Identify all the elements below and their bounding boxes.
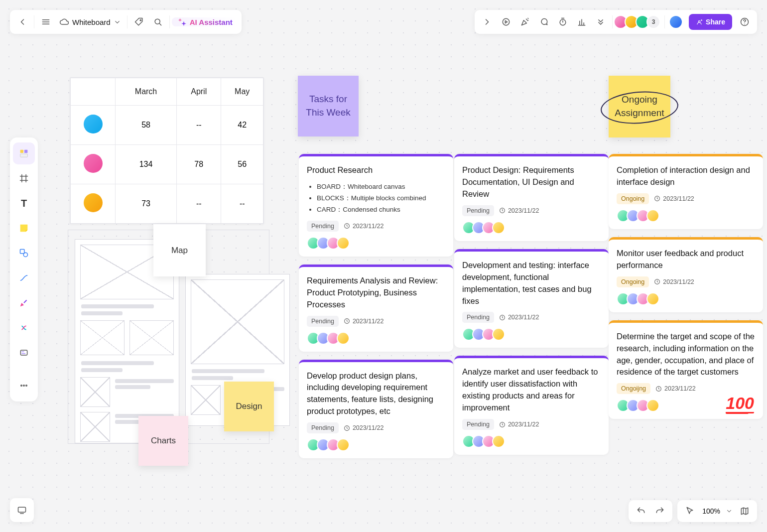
clock-icon [499,421,506,428]
task-card[interactable]: Requirements Analysis and Review: Produc… [299,265,453,352]
task-card[interactable]: Completion of interaction design and int… [609,154,763,229]
status-tag: Pending [307,221,339,232]
status-tag: Pending [462,312,494,323]
avatar [84,193,103,212]
status-tag: Pending [462,419,494,430]
row-avatar-cell [71,145,116,184]
table-row[interactable]: 1347856 [71,145,263,184]
sticky-charts[interactable]: Charts [138,416,188,466]
table-row[interactable]: 73---- [71,184,263,224]
sticky-label: Charts [151,436,176,446]
status-tag: Pending [307,316,339,327]
avatar [337,237,350,250]
zoom-menu-button[interactable] [723,502,735,521]
table-cell: 58 [116,106,177,145]
due-date: 2023/11/22 [654,195,694,202]
undo-button[interactable] [632,502,650,521]
assignees [617,209,755,222]
clock-icon [344,318,350,324]
table-cell: -- [177,184,221,224]
avatar [84,115,103,133]
due-date: 2023/11/22 [344,318,384,325]
card-title: Develop product design plans, including … [307,370,445,418]
task-card[interactable]: Product Design: Requirements Documentati… [454,154,609,241]
row-avatar-cell [71,184,116,224]
canvas[interactable]: MarchAprilMay 58--42134785673---- Map De… [0,0,767,532]
task-card[interactable]: Development and testing: interface devel… [454,249,609,348]
map-icon [740,506,750,516]
avatar [646,399,659,412]
task-card[interactable]: Product ResearchBOARD：Whiteboard canvasB… [299,154,453,257]
table-header [71,78,116,106]
cursor-mode-button[interactable] [680,502,699,521]
sticky-label: Design [236,401,262,411]
zoom-level[interactable]: 100% [699,507,723,515]
card-title: Determine the target and scope of the re… [617,331,755,379]
table-header: March [116,78,177,106]
avatar [492,221,505,234]
card-title: Development and testing: interface devel… [462,260,601,307]
status-tag: Ongoijng [617,383,650,394]
card-bullets: BOARD：Whiteboard canvasBLOCKS：Multiple b… [307,181,445,216]
avatar [84,154,103,173]
due-date: 2023/11/22 [655,385,696,392]
hundred-emoji: 100 [726,394,754,414]
task-card[interactable]: Monitor user feedback and product perfor… [609,237,763,312]
card-title: Product Design: Requirements Documentati… [462,164,601,200]
slides-panel-button[interactable] [10,498,34,522]
table-cell: 42 [221,106,263,145]
table-cell: 73 [116,184,177,224]
table-cell: 134 [116,145,177,184]
avatar [337,438,350,451]
card-title: Completion of interaction design and int… [617,164,755,188]
task-column-3: Completion of interaction design and int… [609,154,763,419]
table-row[interactable]: 58--42 [71,106,263,145]
avatar [337,332,350,345]
avatar [646,292,659,305]
task-card[interactable]: Develop product design plans, including … [299,360,453,459]
table-cell: 78 [177,145,221,184]
chevron-down-icon [726,506,733,516]
assignees [307,332,445,345]
assignees [462,221,601,234]
assignees [617,292,755,305]
redo-button[interactable] [650,502,669,521]
due-date: 2023/11/22 [344,424,384,431]
view-controls: 100% [629,500,757,522]
status-tag: Pending [462,205,494,216]
card-title: Requirements Analysis and Review: Produc… [307,275,445,311]
card-title: Analyze market and user feedback to iden… [462,366,601,414]
table-header: May [221,78,263,106]
clock-icon [344,425,350,431]
due-date: 2023/11/22 [344,223,384,230]
sticky-map[interactable]: Map [153,224,206,276]
sticky-design[interactable]: Design [224,382,274,431]
sticky-tasks-header[interactable]: Tasks for This Week [298,76,359,136]
table-header: April [177,78,221,106]
assignees [462,328,601,341]
card-title: Product Research [307,164,445,176]
due-date: 2023/11/22 [654,278,694,285]
table-cell: -- [177,106,221,145]
task-card[interactable]: Determine the target and scope of the re… [609,320,763,419]
table-cell: 56 [221,145,263,184]
due-date: 2023/11/22 [499,421,539,428]
minimap-button[interactable] [735,502,754,521]
bullet: CARD：Condensed chunks [317,204,445,216]
redo-icon [655,506,665,516]
clock-icon [499,207,506,214]
undo-icon [636,506,646,516]
avatar [492,328,505,341]
table-cell: -- [221,184,263,224]
svg-rect-23 [18,507,26,512]
assignees [307,438,445,451]
status-tag: Ongoing [617,276,649,287]
due-date: 2023/11/22 [499,207,539,214]
data-table[interactable]: MarchAprilMay 58--42134785673---- [70,77,264,224]
bullet: BOARD：Whiteboard canvas [317,181,445,193]
row-avatar-cell [71,106,116,145]
task-column-2: Product Design: Requirements Documentati… [454,154,609,455]
due-date: 2023/11/22 [499,314,539,321]
clock-icon [654,195,660,202]
task-card[interactable]: Analyze market and user feedback to iden… [454,356,609,455]
